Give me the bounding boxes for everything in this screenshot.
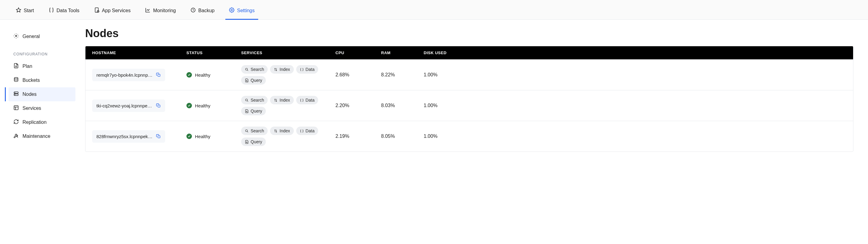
svg-rect-18	[158, 136, 160, 138]
hostname-cell: tki-cq2xewz-yoaj.lcpnnpekvesey…	[92, 99, 165, 112]
hostname-cell: 828frnwnryz5sx.lcpnnpekvesey…	[92, 130, 165, 143]
svg-point-6	[14, 78, 18, 79]
sidebar-item-services[interactable]: Services	[8, 101, 75, 115]
sidebar-section-label: CONFIGURATION	[8, 43, 75, 59]
services-cell: Search Index Data Query	[241, 127, 326, 146]
service-chip-data: Data	[296, 127, 318, 135]
col-header-cpu: CPU	[336, 51, 381, 55]
svg-point-10	[15, 95, 15, 95]
check-circle-icon	[186, 72, 192, 78]
svg-point-20	[246, 142, 247, 142]
col-header-disk: DISK USED	[424, 51, 846, 55]
topnav-item-app-services[interactable]: App Services	[93, 5, 132, 20]
sidebar-item-label: Replication	[23, 120, 46, 125]
services-cell: Search Index Data Query	[241, 65, 326, 85]
hostname-cell: remqlr7yo-bpok4n.lcpnnpekves…	[92, 69, 165, 81]
sort-icon	[274, 129, 278, 133]
search-icon	[245, 67, 249, 71]
sidebar-item-replication[interactable]: Replication	[8, 115, 75, 129]
service-chip-search: Search	[241, 127, 268, 135]
content: Nodes HOSTNAME STATUS SERVICES CPU RAM D…	[79, 20, 868, 159]
service-chip-index: Index	[270, 96, 293, 104]
ram-value: 8.03%	[381, 103, 424, 108]
sidebar: General CONFIGURATION Plan Buckets Nodes	[0, 20, 79, 159]
topnav-item-monitoring[interactable]: Monitoring	[144, 5, 177, 20]
svg-point-19	[245, 130, 248, 132]
topnav-item-backup[interactable]: Backup	[189, 5, 216, 20]
clock-icon	[190, 7, 196, 14]
server-icon	[13, 91, 19, 98]
topnav-item-settings[interactable]: Settings	[228, 5, 256, 20]
copy-button[interactable]	[156, 72, 161, 77]
service-chip-search: Search	[241, 65, 268, 73]
service-chip-query: Query	[241, 138, 266, 146]
col-header-status: STATUS	[186, 51, 241, 55]
cpu-value: 2.19%	[336, 133, 381, 139]
layout-icon	[13, 105, 19, 112]
svg-marker-0	[17, 8, 21, 12]
gear-icon	[13, 33, 19, 40]
star-icon	[16, 7, 21, 14]
sidebar-item-plan[interactable]: Plan	[8, 59, 75, 73]
service-chip-index: Index	[270, 127, 293, 135]
topnav-label: Data Tools	[57, 8, 80, 13]
topnav-item-start[interactable]: Start	[14, 5, 35, 20]
file-search-icon	[245, 79, 249, 83]
sidebar-item-general[interactable]: General	[8, 30, 75, 43]
status-text: Healthy	[195, 72, 211, 78]
services-cell: Search Index Data Query	[241, 96, 326, 115]
topnav-label: Backup	[198, 8, 214, 13]
check-circle-icon	[186, 103, 192, 108]
hostname-text: remqlr7yo-bpok4n.lcpnnpekves…	[96, 72, 154, 78]
sort-icon	[274, 67, 278, 71]
sidebar-item-maintenance[interactable]: Maintenance	[8, 129, 75, 143]
hostname-text: tki-cq2xewz-yoaj.lcpnnpekvesey…	[96, 103, 154, 108]
status-text: Healthy	[195, 103, 211, 108]
table-header: HOSTNAME STATUS SERVICES CPU RAM DISK US…	[86, 46, 853, 59]
sidebar-item-label: Nodes	[23, 92, 36, 97]
service-chip-query: Query	[241, 107, 266, 115]
cpu-value: 2.20%	[336, 103, 381, 108]
sidebar-item-label: Buckets	[23, 78, 40, 83]
svg-point-5	[16, 35, 17, 37]
file-search-icon	[245, 140, 249, 144]
page-title: Nodes	[85, 27, 854, 40]
main: General CONFIGURATION Plan Buckets Nodes	[0, 20, 868, 159]
refresh-icon	[13, 119, 19, 126]
service-chip-query: Query	[241, 76, 266, 85]
copy-icon	[156, 134, 161, 139]
sidebar-item-label: Plan	[23, 64, 32, 69]
sidebar-item-nodes[interactable]: Nodes	[8, 87, 75, 101]
col-header-hostname: HOSTNAME	[92, 51, 186, 55]
sidebar-item-buckets[interactable]: Buckets	[8, 73, 75, 87]
chart-line-icon	[145, 7, 151, 14]
search-icon	[245, 98, 249, 102]
hostname-text: 828frnwnryz5sx.lcpnnpekvesey…	[96, 134, 154, 139]
svg-rect-15	[158, 105, 160, 107]
svg-point-4	[231, 9, 232, 11]
col-header-services: SERVICES	[241, 51, 336, 55]
copy-icon	[156, 103, 161, 108]
service-chip-data: Data	[296, 65, 318, 73]
topnav-label: Start	[24, 8, 34, 13]
svg-point-17	[246, 111, 247, 112]
copy-button[interactable]	[156, 134, 161, 139]
copy-button[interactable]	[156, 103, 161, 108]
svg-point-9	[15, 92, 15, 93]
braces-icon	[300, 98, 304, 102]
braces-icon	[300, 67, 304, 71]
service-chip-data: Data	[296, 96, 318, 104]
copy-icon	[156, 72, 161, 77]
ram-value: 8.22%	[381, 72, 424, 78]
table-row: tki-cq2xewz-yoaj.lcpnnpekvesey… Healthy	[86, 90, 853, 121]
table-row: 828frnwnryz5sx.lcpnnpekvesey… Healthy	[86, 121, 853, 152]
status-cell: Healthy	[186, 133, 241, 139]
topnav-item-data-tools[interactable]: Data Tools	[48, 5, 81, 20]
service-chip-search: Search	[241, 96, 268, 104]
gear-icon	[229, 7, 235, 14]
svg-point-14	[246, 80, 247, 81]
sidebar-item-label: Services	[23, 105, 41, 111]
disk-value: 1.00%	[424, 72, 846, 78]
ram-value: 8.05%	[381, 133, 424, 139]
cpu-value: 2.68%	[336, 72, 381, 78]
